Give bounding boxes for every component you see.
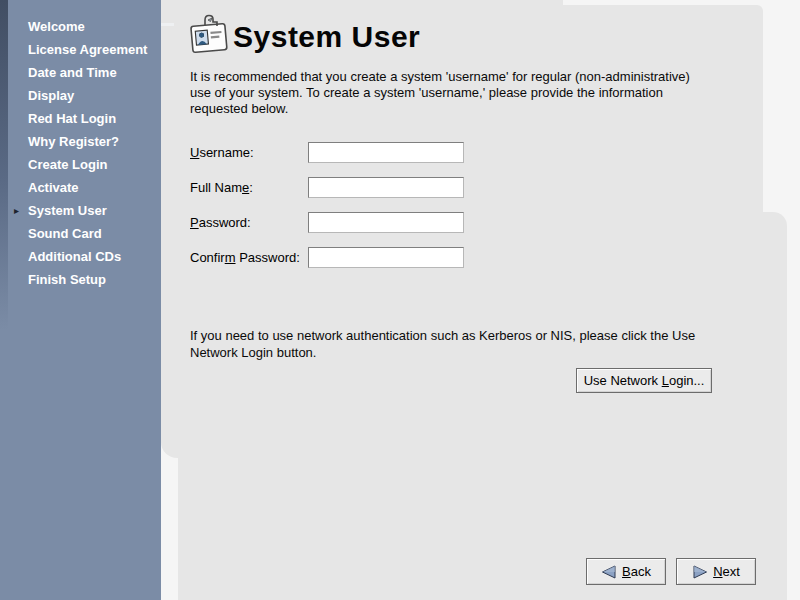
sidebar-item-label: Date and Time — [28, 65, 117, 80]
sidebar-item-label: Sound Card — [28, 226, 102, 241]
next-button[interactable]: Next — [676, 558, 756, 585]
sidebar-item-why-register[interactable]: Why Register? — [0, 130, 161, 153]
fullname-label: Full Name: — [190, 180, 253, 195]
username-field[interactable] — [308, 142, 464, 163]
sidebar-item-label: License Agreement — [28, 42, 147, 57]
back-arrow-icon — [601, 565, 617, 579]
button-label: Use Network Login... — [584, 373, 705, 388]
lower-panel — [178, 212, 787, 600]
button-label: Next — [713, 564, 740, 579]
form-row-username: Username: — [190, 142, 630, 163]
button-label: Back — [622, 564, 651, 579]
sidebar-nav: WelcomeLicense AgreementDate and TimeDis… — [0, 15, 161, 291]
password-label: Password: — [190, 215, 251, 230]
confirm-password-label: Confirm Password: — [190, 250, 300, 265]
fullname-field[interactable] — [308, 177, 464, 198]
form-row-password: Password: — [190, 212, 630, 233]
sidebar-item-welcome[interactable]: Welcome — [0, 15, 161, 38]
back-button[interactable]: Back — [586, 558, 666, 585]
username-label: Username: — [190, 145, 254, 160]
sidebar-item-label: Why Register? — [28, 134, 119, 149]
sidebar-item-date-and-time[interactable]: Date and Time — [0, 61, 161, 84]
sidebar-item-activate[interactable]: Activate — [0, 176, 161, 199]
form-row-confirm-password: Confirm Password: — [190, 247, 630, 268]
firstboot-window: WelcomeLicense AgreementDate and TimeDis… — [0, 0, 800, 600]
next-arrow-icon — [692, 565, 708, 579]
sidebar-item-red-hat-login[interactable]: Red Hat Login — [0, 107, 161, 130]
sidebar-item-additional-cds[interactable]: Additional CDs — [0, 245, 161, 268]
sidebar-item-license-agreement[interactable]: License Agreement — [0, 38, 161, 61]
sidebar-connector-line — [161, 23, 174, 26]
page-title: System User — [233, 20, 420, 54]
sidebar-item-label: System User — [28, 203, 107, 218]
content-area: System User It is recommended that you c… — [161, 0, 800, 600]
intro-text: It is recommended that you create a syst… — [190, 69, 706, 117]
sidebar-item-finish-setup[interactable]: Finish Setup — [0, 268, 161, 291]
step-sidebar: WelcomeLicense AgreementDate and TimeDis… — [0, 0, 161, 600]
sidebar-item-create-login[interactable]: Create Login — [0, 153, 161, 176]
sidebar-item-label: Finish Setup — [28, 272, 106, 287]
sidebar-item-system-user[interactable]: ▸System User — [0, 199, 161, 222]
sidebar-item-label: Activate — [28, 180, 79, 195]
sidebar-item-label: Display — [28, 88, 74, 103]
use-network-login-button[interactable]: Use Network Login... — [576, 368, 712, 393]
form-row-fullname: Full Name: — [190, 177, 630, 198]
sidebar-item-label: Red Hat Login — [28, 111, 116, 126]
active-step-arrow-icon: ▸ — [14, 199, 26, 222]
sidebar-item-label: Create Login — [28, 157, 107, 172]
password-field[interactable] — [308, 212, 464, 233]
id-badge-icon — [188, 13, 230, 58]
sidebar-item-label: Welcome — [28, 19, 85, 34]
sidebar-item-sound-card[interactable]: Sound Card — [0, 222, 161, 245]
confirm-password-field[interactable] — [308, 247, 464, 268]
network-auth-text: If you need to use network authenticatio… — [190, 327, 706, 361]
sidebar-item-display[interactable]: Display — [0, 84, 161, 107]
sidebar-item-label: Additional CDs — [28, 249, 121, 264]
